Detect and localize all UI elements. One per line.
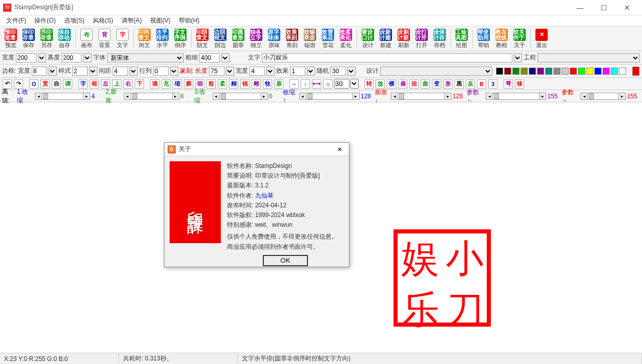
color-swatch[interactable]	[562, 68, 569, 75]
toolbar-背景[interactable]: 背背景	[96, 28, 113, 50]
slider[interactable]: ◂▸	[391, 92, 451, 100]
rowcol-input[interactable]	[153, 67, 169, 76]
slider[interactable]: ◂▸	[581, 92, 626, 100]
tool-btn[interactable]: 横	[387, 79, 396, 89]
tool-btn[interactable]: 雕	[252, 79, 261, 89]
slider[interactable]: ◂▸	[213, 92, 268, 100]
tool-btn[interactable]: 柔	[218, 79, 227, 89]
toolbar-关于[interactable]: 软关件于关于	[511, 28, 528, 50]
toolbar-绘图[interactable]: 工绘具图绘图	[453, 28, 470, 50]
effect-input[interactable]	[290, 67, 305, 76]
toolbar-阴边[interactable]: 边阴框文阴边	[212, 28, 229, 50]
color-swatch[interactable]	[553, 68, 561, 75]
menu-item[interactable]: 选项(S)	[60, 15, 89, 26]
toolbar-水平[interactable]: 水平排列水平	[154, 28, 171, 50]
slider[interactable]: ◂▸	[299, 92, 360, 100]
bold-dd[interactable]	[221, 53, 230, 62]
toolbar-刷新[interactable]: 设刷计新刷新	[395, 28, 412, 50]
menu-item[interactable]: 风格(S)	[89, 15, 117, 26]
tool-btn[interactable]: 反	[466, 79, 475, 89]
tool-btn[interactable]: 充	[161, 79, 171, 89]
toolbar-设计[interactable]: 窗设口计设计	[359, 28, 377, 50]
toolbar-独立[interactable]: 独各立字独立	[247, 28, 265, 50]
toolbar-圆章[interactable]: 印圆章形圆章	[230, 28, 247, 50]
tool-btn[interactable]: 3	[488, 79, 498, 89]
slider[interactable]: ◂▸	[35, 92, 90, 100]
toolbar-退出[interactable]: ✕退出	[533, 28, 550, 50]
color-swatch[interactable]	[570, 68, 577, 75]
color-swatch[interactable]	[603, 68, 610, 75]
menu-item[interactable]: 文件(F)	[2, 15, 30, 26]
toolbar-另存[interactable]: 另印存章另存	[38, 28, 55, 50]
border-style-input[interactable]	[72, 67, 88, 76]
tool-btn[interactable]: 牧	[263, 79, 272, 89]
tool-btn[interactable]: 自	[52, 79, 61, 89]
color-swatch[interactable]	[611, 68, 618, 75]
random-input[interactable]	[330, 67, 346, 76]
tool-btn[interactable]: 框	[90, 79, 99, 89]
bold-input[interactable]	[199, 53, 220, 62]
angle-input[interactable]	[334, 79, 349, 89]
toolbar-凿刻[interactable]: 效凿果刻凿刻	[283, 28, 301, 50]
tool-btn[interactable]: 放	[376, 79, 385, 89]
slider[interactable]: ◂▸	[486, 92, 546, 100]
height-input[interactable]	[61, 53, 82, 62]
tool-btn[interactable]: 糊	[229, 79, 238, 89]
toolbar-存档[interactable]: 设保计存存档	[431, 28, 448, 50]
tool-btn[interactable]: ⟷	[312, 79, 321, 89]
tool-btn[interactable]: 宽	[40, 79, 50, 89]
tool-btn[interactable]: 扉	[274, 79, 283, 89]
toolbar-倒序[interactable]: 字文序倒倒序	[172, 28, 189, 50]
font-select[interactable]: 新宋体	[107, 53, 184, 62]
color-swatch[interactable]	[586, 68, 593, 75]
tool-btn[interactable]: 锐	[240, 79, 250, 89]
tool-btn[interactable]: 右	[123, 79, 133, 89]
toolbar-原味[interactable]: 原字味体原味	[265, 28, 283, 50]
toolbar-新建[interactable]: 设新计建新建	[377, 28, 395, 50]
color-swatch[interactable]	[521, 68, 528, 75]
toolbar-保存[interactable]: 保印存章保存	[20, 28, 37, 50]
tool-btn[interactable]: 曲	[421, 79, 430, 89]
toolbar-自存[interactable]: 保自存动自存	[56, 28, 73, 50]
tool-btn[interactable]: 转	[364, 79, 374, 89]
color-swatch[interactable]	[496, 68, 503, 75]
tool-btn[interactable]: 黑	[454, 79, 464, 89]
current-color[interactable]	[632, 67, 639, 76]
tool-btn[interactable]: 移	[515, 79, 524, 89]
tool-btn[interactable]: 形	[443, 79, 452, 89]
tool-btn[interactable]: 变	[432, 79, 441, 89]
color-swatch[interactable]	[512, 68, 520, 75]
carve-len-input[interactable]	[209, 67, 224, 76]
tool-btn[interactable]: 扭	[409, 79, 419, 89]
color-swatch[interactable]	[529, 68, 536, 75]
text-dd[interactable]	[514, 53, 522, 62]
color-swatch[interactable]	[545, 68, 552, 75]
text-input[interactable]	[262, 53, 512, 62]
tool-btn[interactable]: 下	[135, 79, 144, 89]
toolbar-教程[interactable]: 教在程线教程	[493, 28, 510, 50]
color-swatch[interactable]	[594, 68, 602, 75]
tool-btn[interactable]: ↔	[289, 79, 299, 89]
width-input[interactable]	[16, 53, 36, 62]
menu-item[interactable]: 视图(V)	[146, 15, 175, 26]
dialog-close-button[interactable]: ✕	[334, 144, 346, 155]
tool-btn[interactable]: 弯	[504, 79, 513, 89]
dialog-ok-button[interactable]: OK	[263, 255, 308, 266]
menu-item[interactable]: 帮助(H)	[175, 15, 204, 26]
toolbar-阴文[interactable]: 印阴章文阴文	[194, 28, 211, 50]
design-select[interactable]	[380, 67, 493, 76]
tool-btn[interactable]: ↕	[301, 79, 310, 89]
tool-btn[interactable]: 扇	[398, 79, 407, 89]
tool-btn[interactable]: ☼	[323, 79, 333, 89]
color-swatch[interactable]	[578, 68, 585, 75]
menu-item[interactable]: 操作(O)	[30, 15, 59, 26]
menu-item[interactable]: 调整(A)	[117, 15, 146, 26]
toolbar-打开[interactable]: 设打计开打开	[413, 28, 430, 50]
toolbar-画布[interactable]: 布画布	[78, 28, 95, 50]
border-width-input[interactable]	[32, 67, 47, 76]
slider[interactable]: ◂▸	[124, 92, 179, 100]
toolbar-锯齿[interactable]: 效锯果齿锯齿	[301, 28, 319, 50]
toolbar-预览[interactable]: 预印览章预览	[2, 28, 19, 50]
color-swatch[interactable]	[537, 68, 544, 75]
carve-w-input[interactable]	[250, 67, 265, 76]
